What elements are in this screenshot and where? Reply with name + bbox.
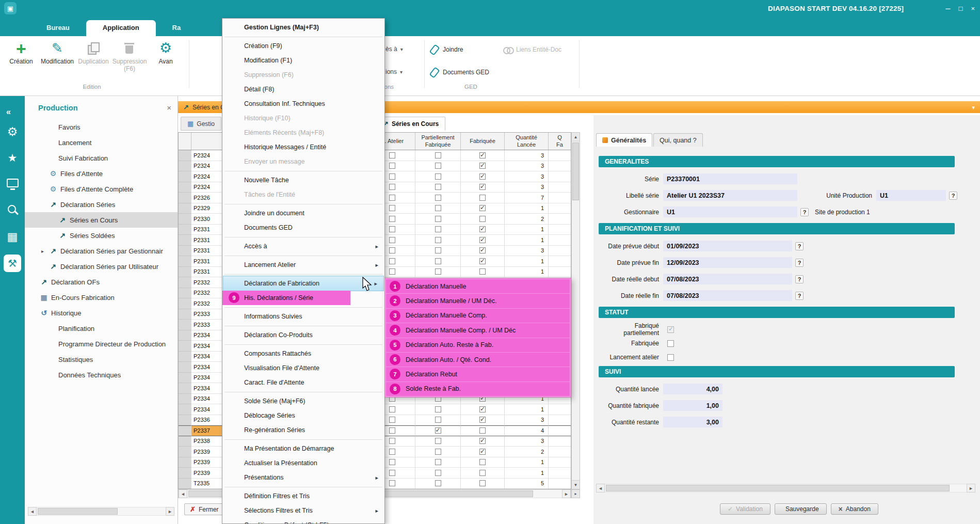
menu-item[interactable]: Modification (F1) — [222, 53, 384, 68]
menu-item[interactable]: Joindre un document — [222, 206, 384, 220]
sidebar-item[interactable]: ▸ Données Techniques — [25, 367, 178, 383]
row-selector[interactable] — [179, 447, 191, 457]
row-selector[interactable] — [179, 330, 191, 341]
scroll-left-icon[interactable]: ◄ — [596, 484, 605, 493]
submenu-item[interactable]: 4 Déclaration Manuelle Comp. / UM Déc — [386, 323, 570, 337]
ribbon-button[interactable]: Duplication — [76, 39, 110, 73]
sidebar-item[interactable]: ▸ Déclaration OFs — [25, 274, 178, 290]
row-selector[interactable] — [179, 383, 191, 394]
row-selector[interactable] — [179, 479, 191, 489]
menu-item[interactable]: Composants Rattachés — [222, 346, 384, 361]
checkbox-fabriquee[interactable] — [479, 184, 486, 190]
minimize-button[interactable]: ─ — [945, 5, 950, 12]
sidebar-item[interactable]: ▸ Déclaration Séries par Utilisateur — [25, 259, 178, 274]
checkbox-fabriquee[interactable] — [479, 205, 486, 211]
ribbon-tab[interactable]: Application — [86, 20, 156, 36]
panel-button[interactable]: Abandon — [831, 503, 878, 515]
checkbox-partiellement[interactable] — [435, 258, 441, 264]
menu-item[interactable]: Création (F9) — [222, 39, 384, 53]
checkbox-partiellement[interactable] — [435, 237, 441, 243]
row-selector[interactable] — [179, 468, 191, 479]
joindre-button[interactable]: Joindre — [430, 45, 463, 54]
row-selector[interactable] — [179, 309, 191, 320]
menu-item[interactable]: Présentations — [222, 470, 384, 485]
panel-button[interactable]: Validation — [720, 503, 770, 515]
checkbox-partiellement[interactable] — [435, 163, 441, 169]
menu-item[interactable]: Visualisation File d'Attente — [222, 361, 384, 375]
row-selector[interactable] — [179, 161, 191, 172]
row-selector[interactable] — [179, 457, 191, 468]
row-selector[interactable] — [179, 394, 191, 405]
menu-item[interactable]: Déblocage Séries — [222, 408, 384, 423]
sidebar-hscrollbar[interactable]: ◄ ► — [28, 507, 174, 516]
checkbox-fabriquee[interactable] — [479, 247, 486, 253]
scroll-track[interactable] — [37, 507, 166, 516]
scroll-left-icon[interactable]: ◄ — [179, 489, 187, 498]
submenu-item[interactable]: 1 Déclaration Manuelle — [386, 279, 570, 293]
status-checkbox[interactable] — [667, 340, 674, 347]
scroll-up-icon[interactable]: ▲ — [572, 133, 580, 141]
row-selector[interactable] — [179, 150, 191, 161]
row-selector[interactable] — [179, 277, 191, 288]
scroll-thumb[interactable] — [606, 485, 950, 491]
row-selector[interactable] — [179, 182, 191, 193]
menu-item[interactable]: Eléments Récents (Maj+F8) — [222, 125, 384, 140]
scroll-thumb[interactable] — [38, 508, 118, 515]
help-button[interactable] — [795, 292, 804, 300]
row-selector[interactable] — [179, 436, 191, 447]
checkbox-partiellement[interactable] — [435, 205, 441, 211]
checkbox-fabriquee[interactable] — [479, 258, 486, 264]
status-checkbox[interactable] — [667, 326, 674, 333]
panel-hscrollbar[interactable]: ◄ ► — [596, 484, 975, 492]
row-selector[interactable] — [179, 341, 191, 352]
row-selector[interactable] — [179, 373, 191, 384]
row-selector[interactable] — [179, 256, 191, 267]
covered-dropdown-acces[interactable]: ès à — [385, 45, 403, 53]
checkbox-atelier[interactable] — [389, 406, 395, 412]
menu-item[interactable]: Sélections Filtres et Tris — [222, 503, 384, 518]
checkbox-fabriquee[interactable] — [479, 226, 486, 232]
checkbox-fabriquee[interactable] — [479, 417, 486, 423]
header-fabriquee[interactable]: Fabriquée — [461, 133, 505, 150]
date-input[interactable]: 07/08/2023 — [663, 274, 792, 284]
sidebar-item[interactable]: ▸ Lancement — [25, 135, 178, 150]
checkbox-partiellement[interactable] — [435, 226, 441, 232]
checkbox-fabriquee[interactable] — [479, 216, 486, 222]
help-button[interactable] — [949, 192, 957, 200]
row-selector[interactable] — [179, 214, 191, 225]
sidebar-item[interactable]: ▸ Files d'Attente — [25, 166, 178, 181]
sidebar-item[interactable]: ▸ Statistiques — [25, 352, 178, 367]
date-input[interactable]: 12/09/2023 — [663, 257, 792, 268]
ribbon-button[interactable]: Avan — [149, 39, 183, 73]
row-selector[interactable] — [179, 246, 191, 257]
submenu-item[interactable]: 3 Déclaration Manuelle Comp. — [386, 309, 570, 323]
sidebar-item[interactable]: ▸ En-Cours Fabrication — [25, 290, 178, 305]
submenu-item[interactable]: 2 Déclaration Manuelle / UM Déc. — [386, 294, 570, 308]
module-icon[interactable] — [4, 255, 21, 272]
checkbox-fabriquee[interactable] — [479, 470, 486, 476]
checkbox-atelier[interactable] — [389, 247, 395, 253]
checkbox-partiellement[interactable] — [435, 268, 441, 275]
scroll-track[interactable] — [605, 484, 967, 493]
checkbox-fabriquee[interactable] — [479, 268, 486, 275]
checkbox-partiellement[interactable] — [435, 406, 441, 412]
menu-item[interactable]: Condition par Défaut (Ctrl-F5) — [222, 518, 384, 524]
sidebar-item[interactable]: ▸ Favoris — [25, 119, 178, 135]
document-menu-caret-icon[interactable] — [972, 104, 975, 111]
menu-item[interactable]: Lancement Atelier — [222, 258, 384, 272]
menu-item[interactable]: Nouvelle Tâche — [222, 173, 384, 187]
checkbox-fabriquee[interactable] — [479, 480, 486, 486]
panel-tab[interactable]: Qui, quand ? — [653, 133, 703, 147]
ribbon-tab[interactable]: Bureau — [30, 20, 86, 36]
close-button[interactable]: × — [971, 5, 975, 12]
checkbox-atelier[interactable] — [389, 438, 395, 444]
menu-item[interactable]: Déclaration de Fabrication — [223, 276, 383, 291]
serie-input[interactable]: P23370001 — [663, 173, 797, 184]
help-button[interactable] — [795, 259, 804, 267]
checkbox-atelier[interactable] — [389, 163, 395, 169]
checkbox-partiellement[interactable] — [435, 195, 441, 201]
checkbox-partiellement[interactable] — [435, 173, 441, 180]
checkbox-atelier[interactable] — [389, 480, 395, 486]
menu-item[interactable]: Accès à — [222, 239, 384, 253]
ribbon-button[interactable]: Création — [4, 39, 38, 73]
